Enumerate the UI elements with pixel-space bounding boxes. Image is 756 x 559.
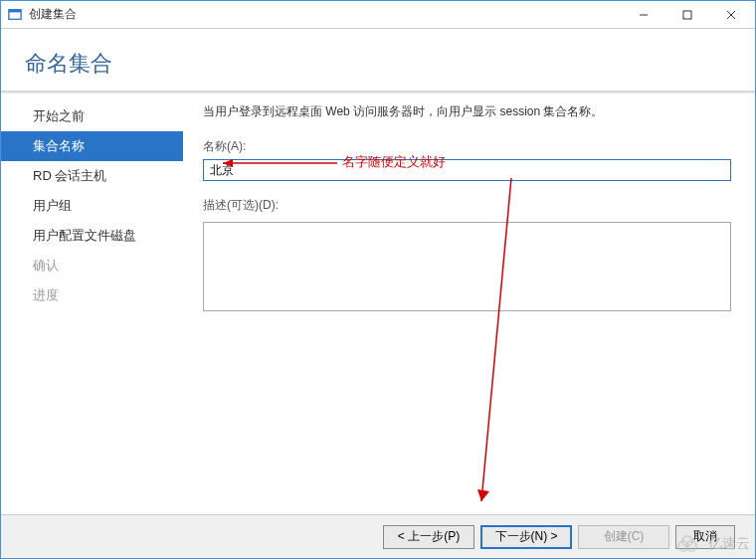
sidebar-item-label: 集合名称 (33, 138, 85, 153)
wizard-footer: < 上一步(P) 下一步(N) > 创建(C) 取消 (1, 514, 755, 558)
sidebar-item-label: 用户配置文件磁盘 (33, 228, 136, 243)
collection-desc-input[interactable] (203, 222, 731, 311)
dialog-window: 创建集合 命名集合 开始之前 集合名称 RD 会话主机 用户组 用户配置文件磁盘… (0, 0, 756, 559)
wizard-steps-sidebar: 开始之前 集合名称 RD 会话主机 用户组 用户配置文件磁盘 确认 进度 (1, 93, 183, 514)
window-title: 创建集合 (29, 6, 622, 23)
sidebar-item-label: 用户组 (33, 198, 72, 213)
sidebar-item-label: 进度 (33, 287, 59, 302)
app-icon (7, 7, 23, 23)
next-button[interactable]: 下一步(N) > (480, 525, 572, 549)
sidebar-item-rd-session-host[interactable]: RD 会话主机 (1, 161, 183, 191)
sidebar-item-label: 确认 (33, 258, 59, 273)
sidebar-item-collection-name[interactable]: 集合名称 (1, 131, 183, 161)
sidebar-item-label: 开始之前 (33, 108, 85, 123)
sidebar-item-before-start[interactable]: 开始之前 (1, 101, 183, 131)
create-button: 创建(C) (578, 525, 669, 549)
dialog-body: 开始之前 集合名称 RD 会话主机 用户组 用户配置文件磁盘 确认 进度 当用户… (1, 93, 755, 514)
name-label: 名称(A): (203, 138, 731, 155)
cancel-button[interactable]: 取消 (675, 525, 735, 549)
collection-name-input[interactable] (203, 159, 731, 181)
desc-label: 描述(可选)(D): (203, 197, 731, 214)
page-header: 命名集合 (1, 29, 755, 87)
prev-button[interactable]: < 上一步(P) (383, 525, 474, 549)
content-pane: 当用户登录到远程桌面 Web 访问服务器时，向用户显示 session 集合名称… (183, 93, 755, 514)
sidebar-item-confirm: 确认 (1, 251, 183, 280)
close-button[interactable] (709, 1, 753, 29)
svg-rect-1 (9, 9, 21, 12)
maximize-button[interactable] (665, 1, 709, 29)
svg-marker-9 (477, 489, 489, 501)
minimize-button[interactable] (622, 1, 665, 29)
sidebar-item-user-profile-disks[interactable]: 用户配置文件磁盘 (1, 221, 183, 251)
desc-field-group: 描述(可选)(D): (203, 197, 731, 314)
svg-rect-3 (683, 11, 691, 19)
page-title: 命名集合 (25, 49, 731, 79)
sidebar-item-label: RD 会话主机 (33, 168, 106, 183)
name-field-group: 名称(A): (203, 138, 731, 181)
sidebar-item-progress: 进度 (1, 280, 183, 310)
intro-text: 当用户登录到远程桌面 Web 访问服务器时，向用户显示 session 集合名称… (203, 103, 731, 120)
sidebar-item-user-groups[interactable]: 用户组 (1, 191, 183, 221)
titlebar: 创建集合 (1, 1, 755, 29)
window-controls (622, 1, 753, 29)
